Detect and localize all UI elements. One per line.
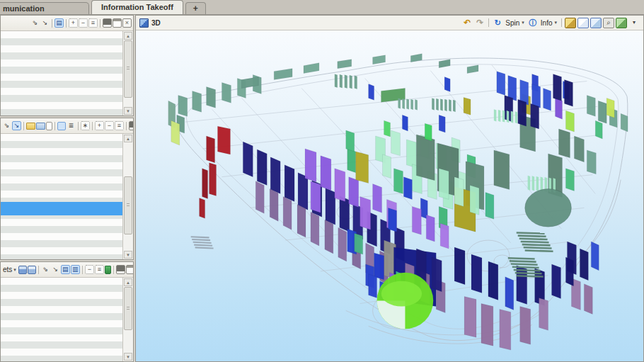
selected-row[interactable] [1, 202, 123, 215]
link-selection-icon[interactable]: ⇘ [2, 121, 11, 130]
toolbar-separator [78, 122, 79, 130]
3d-view-icon [139, 18, 149, 28]
scrollbar-thumb[interactable] [124, 287, 132, 330]
toolbar-separator [100, 19, 100, 28]
report-icon[interactable] [46, 122, 52, 130]
viewport-toolbar: ↶↷↻Spin▾ⓘInfo▾⌕▾ [461, 18, 640, 28]
render-solid-icon[interactable] [565, 18, 576, 28]
shade-panel-icon[interactable] [129, 121, 133, 130]
list-icon[interactable]: ≣ [67, 121, 76, 130]
3d-canvas[interactable] [136, 30, 643, 361]
grid-icon[interactable]: ▥ [71, 265, 80, 274]
scroll-down-icon[interactable]: ▼ [124, 251, 132, 259]
tab-bar: municationInformation Takeoff+ [0, 0, 644, 15]
pick-selection-icon[interactable]: ↘ [51, 265, 60, 274]
collapse-icon[interactable]: − [85, 265, 94, 274]
panel-bottom-list[interactable]: ▲ ▼ [1, 278, 133, 361]
viewport-3d: 3D ↶↷↻Spin▾ⓘInfo▾⌕▾ [135, 15, 644, 362]
spin-dropdown-caret-icon[interactable]: ▾ [522, 20, 526, 26]
toolbar-separator [52, 19, 52, 28]
render-dropdown-caret[interactable]: ▾ [628, 18, 640, 28]
info-icon[interactable]: ⓘ [527, 18, 539, 28]
panel-bottom-toolbar: ets▾⇘↘▤▥−≡× [1, 262, 133, 278]
info-dropdown[interactable]: Info [540, 19, 553, 27]
toolbar-separator [92, 122, 93, 130]
maximize-panel-icon[interactable] [113, 18, 122, 28]
panel-middle: ⇘↘≣∗+−≡× ▲ ▼ [0, 118, 134, 260]
panel-bottom-scrollbar[interactable]: ▲ ▼ [122, 278, 133, 361]
toolbar-separator [38, 266, 39, 274]
toolbar-separator [126, 122, 127, 130]
scroll-up-icon[interactable]: ▲ [124, 135, 132, 142]
open-takeoff-icon[interactable] [36, 123, 45, 130]
main-content: ⇘↘▤+−≡× ▲ ▼ ⇘↘≣∗+−≡× ▲ ▼ [0, 15, 644, 362]
panel-bottom: ets▾⇘↘▤▥−≡× ▲ ▼ [0, 261, 134, 362]
list-view-icon[interactable]: ≡ [88, 18, 98, 28]
panel-middle-toolbar: ⇘↘≣∗+−≡× [1, 118, 133, 134]
save-set-as-icon[interactable] [28, 266, 36, 274]
link-selection-icon[interactable]: ⇘ [30, 18, 40, 28]
delete-set-icon[interactable] [105, 266, 111, 274]
close-panel-icon[interactable]: × [122, 18, 132, 28]
pick-selection-icon[interactable]: ↘ [40, 18, 50, 28]
new-takeoff-icon[interactable] [26, 123, 35, 130]
scroll-up-icon[interactable]: ▲ [124, 32, 132, 40]
tab-information-takeoff[interactable]: Information Takeoff [91, 0, 183, 14]
render-hybrid-icon[interactable] [590, 18, 602, 28]
panel-middle-scrollbar[interactable]: ▲ ▼ [122, 134, 133, 259]
viewport-title-group: 3D [139, 18, 161, 28]
save-set-icon[interactable] [18, 266, 27, 274]
select-all-icon[interactable]: ∗ [81, 121, 90, 130]
toolbar-separator [23, 122, 24, 130]
sets-dropdown-caret-icon[interactable]: ▾ [13, 267, 18, 273]
viewport-title: 3D [151, 19, 161, 27]
viewport-header: 3D ↶↷↻Spin▾ⓘInfo▾⌕▾ [136, 16, 643, 30]
info-dropdown-caret-icon[interactable]: ▾ [554, 20, 558, 26]
panel-top-scrollbar[interactable]: ▲ ▼ [122, 31, 133, 115]
panel-middle-list[interactable]: ▲ ▼ [1, 134, 133, 259]
scroll-down-icon[interactable]: ▼ [124, 107, 132, 115]
toolbar-separator [561, 18, 562, 27]
panel-top: ⇘↘▤+−≡× ▲ ▼ [0, 15, 134, 116]
sets-dropdown[interactable]: ets [2, 266, 13, 273]
list-view-icon[interactable]: ≡ [95, 265, 104, 274]
spin-icon[interactable]: ↻ [492, 18, 503, 28]
scroll-down-icon[interactable]: ▼ [124, 353, 132, 361]
toolbar-separator [66, 19, 67, 28]
render-green-icon[interactable] [616, 18, 627, 28]
undo-icon[interactable]: ↶ [461, 18, 473, 28]
link-selection-icon[interactable]: ⇘ [41, 265, 50, 274]
redo-icon[interactable]: ↷ [474, 18, 485, 28]
panel-top-toolbar: ⇘↘▤+−≡× [1, 16, 133, 31]
scrollbar-thumb[interactable] [124, 176, 132, 234]
shade-panel-icon[interactable] [103, 18, 112, 28]
tab-add[interactable]: + [185, 2, 206, 14]
model-svg [136, 30, 643, 361]
collapse-icon[interactable]: − [105, 121, 114, 130]
shade-panel-icon[interactable] [116, 265, 125, 274]
tree-view-icon[interactable]: ▤ [54, 18, 64, 28]
render-zoom-icon[interactable]: ⌕ [603, 18, 614, 28]
expand-icon[interactable]: + [95, 121, 104, 130]
spin-dropdown[interactable]: Spin [505, 19, 520, 27]
collapse-icon[interactable]: − [79, 18, 88, 28]
app-window: municationInformation Takeoff+ ⇘↘▤+−≡× ▲… [0, 0, 644, 362]
tree-icon[interactable]: ▤ [61, 265, 70, 274]
toolbar-separator [113, 266, 114, 274]
render-wireframe-icon[interactable] [577, 18, 589, 28]
left-panel-column: ⇘↘▤+−≡× ▲ ▼ ⇘↘≣∗+−≡× ▲ ▼ [0, 15, 134, 362]
pick-selection-icon[interactable]: ↘ [12, 121, 21, 130]
toolbar-separator [488, 18, 489, 27]
scrollbar-thumb[interactable] [124, 40, 132, 98]
expand-icon[interactable]: + [69, 18, 78, 28]
maximize-panel-icon[interactable] [126, 265, 133, 274]
scroll-up-icon[interactable]: ▲ [124, 278, 132, 286]
toolbar-separator [82, 266, 83, 274]
panel-top-list[interactable]: ▲ ▼ [1, 31, 133, 115]
color-grid-icon[interactable] [57, 122, 66, 130]
toolbar-separator [54, 122, 55, 130]
list-view-icon[interactable]: ≡ [115, 121, 124, 130]
tab-communication[interactable]: munication [0, 2, 89, 14]
